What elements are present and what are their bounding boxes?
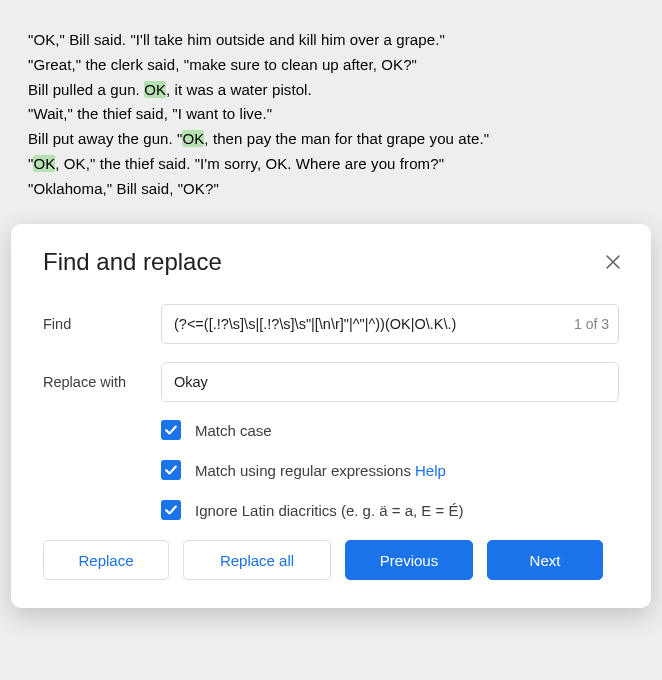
find-input[interactable] — [161, 304, 619, 344]
doc-line: "OK," Bill said. "I'll take him outside … — [28, 28, 634, 53]
previous-button[interactable]: Previous — [345, 540, 473, 580]
replace-button[interactable]: Replace — [43, 540, 169, 580]
replace-label: Replace with — [43, 374, 161, 390]
doc-line: Bill put away the gun. "OK, then pay the… — [28, 127, 634, 152]
doc-line: "OK, OK," the thief said. "I'm sorry, OK… — [28, 152, 634, 177]
check-icon — [164, 463, 178, 477]
replace-input[interactable] — [161, 362, 619, 402]
dialog-title: Find and replace — [43, 248, 222, 276]
doc-line: Bill pulled a gun. OK, it was a water pi… — [28, 78, 634, 103]
find-replace-dialog: Find and replace Find 1 of 3 Replace wit… — [11, 224, 651, 608]
match-highlight: OK — [182, 130, 204, 147]
close-button[interactable] — [601, 250, 625, 274]
doc-line: "Great," the clerk said, "make sure to c… — [28, 53, 634, 78]
help-link[interactable]: Help — [415, 462, 446, 479]
match-case-label: Match case — [195, 422, 272, 439]
find-label: Find — [43, 316, 161, 332]
next-button[interactable]: Next — [487, 540, 603, 580]
match-highlight: OK — [33, 155, 55, 172]
match-highlight: OK — [144, 81, 166, 98]
doc-line: "Wait," the thief said, "I want to live.… — [28, 102, 634, 127]
diacritics-label: Ignore Latin diacritics (e. g. ä = a, E … — [195, 502, 463, 519]
doc-line: "Oklahoma," Bill said, "OK?" — [28, 177, 634, 202]
check-icon — [164, 423, 178, 437]
replace-all-button[interactable]: Replace all — [183, 540, 331, 580]
regex-label: Match using regular expressions — [195, 462, 411, 479]
match-case-checkbox[interactable] — [161, 420, 181, 440]
check-icon — [164, 503, 178, 517]
document-text: "OK," Bill said. "I'll take him outside … — [0, 0, 662, 221]
diacritics-checkbox[interactable] — [161, 500, 181, 520]
close-icon — [605, 254, 621, 270]
regex-checkbox[interactable] — [161, 460, 181, 480]
